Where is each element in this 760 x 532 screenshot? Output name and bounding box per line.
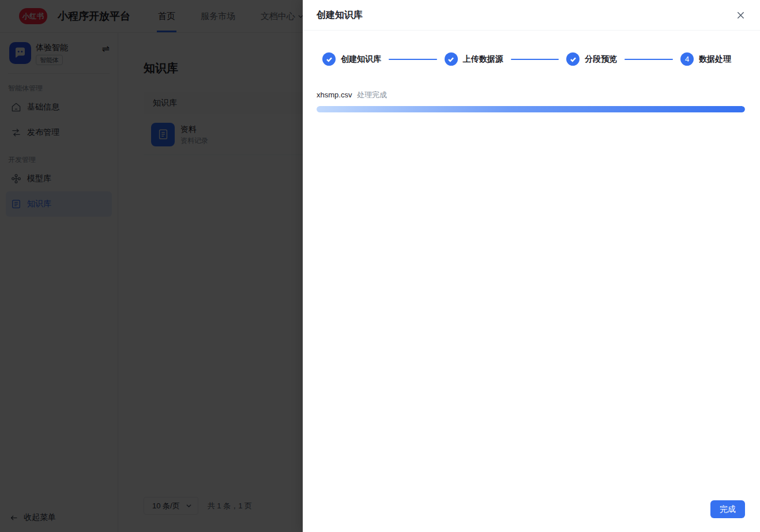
step-label: 数据处理 [699,54,731,65]
step-number-circle: 4 [680,52,694,66]
drawer-footer: 完成 [303,500,760,532]
progress-bar-track [317,106,745,112]
step-upload: 上传数据源 [445,52,503,66]
step-label: 创建知识库 [341,54,381,65]
close-button[interactable] [735,9,746,21]
step-connector [389,59,437,60]
step-label: 上传数据源 [463,54,503,65]
drawer-title: 创建知识库 [317,9,363,21]
step-preview: 分段预览 [566,52,617,66]
file-status: 处理完成 [357,90,387,99]
create-knowledge-drawer: 创建知识库 创建知识库 上传数据源 [303,0,760,532]
step-connector [511,59,559,60]
check-icon [326,56,333,63]
check-icon [447,56,454,63]
step-check-circle [445,52,458,66]
step-check-circle [566,52,580,66]
step-create: 创建知识库 [322,52,381,66]
step-connector [624,59,673,60]
step-indicator: 创建知识库 上传数据源 分段预览 4 数据处理 [303,52,760,66]
step-check-circle [322,52,336,66]
app-root: 小红书 小程序开放平台 首页 服务市场 文档中心 [0,0,760,532]
finish-button[interactable]: 完成 [710,500,745,518]
drawer-body-spacer [303,112,760,500]
check-icon [570,56,577,63]
step-label: 分段预览 [585,54,617,65]
close-icon [736,11,745,20]
file-status-row: xhsmp.csv 处理完成 [317,90,745,100]
drawer-header: 创建知识库 [303,0,760,31]
step-processing: 4 数据处理 [680,52,731,66]
progress-bar-fill [317,106,745,112]
file-name: xhsmp.csv [317,90,352,99]
